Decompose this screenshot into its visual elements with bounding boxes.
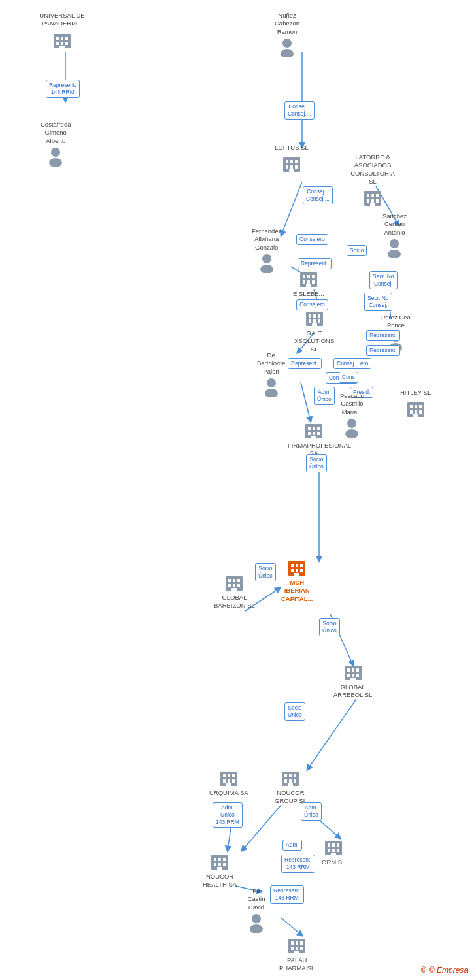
badge-adm-unico-urquima[interactable]: Adm.Unico143 RRM — [212, 802, 243, 828]
label-eislebe: EISLEBE... — [293, 290, 324, 298]
label-fernandez: FernandezAlbiñanaGonzalo — [252, 227, 281, 252]
svg-rect-124 — [294, 774, 296, 777]
svg-rect-143 — [337, 849, 339, 852]
svg-rect-119 — [232, 779, 235, 783]
label-palau: PALAUPHARMA SL — [279, 956, 314, 973]
label-latorre: LATORRE &ASOCIADOSCONSULTORIA SL — [347, 154, 399, 186]
badge-socio-eislebe[interactable]: Socio — [347, 245, 367, 256]
svg-line-12 — [242, 805, 281, 851]
svg-point-146 — [250, 924, 263, 933]
person-icon-pescado — [341, 416, 363, 438]
svg-rect-56 — [307, 280, 310, 284]
node-sanchez: SanchezCerbanAntonio — [382, 212, 407, 259]
node-pescado: PescadoCastrilloMaria... — [340, 392, 364, 438]
label-de-bartolome: DeBartolomePalon — [257, 351, 285, 376]
badge-socio-unico-firma[interactable]: SocioÚnico — [306, 454, 327, 472]
svg-point-30 — [280, 49, 294, 57]
svg-rect-41 — [371, 194, 374, 197]
svg-line-8 — [301, 382, 311, 421]
svg-rect-36 — [290, 165, 293, 169]
svg-rect-77 — [410, 410, 413, 414]
svg-rect-125 — [284, 779, 287, 783]
svg-rect-83 — [313, 427, 315, 430]
badge-consej-loftus[interactable]: Consej. .Consej.... — [303, 186, 333, 204]
watermark: © © Empresa — [421, 966, 468, 975]
badge-consej-ero[interactable]: Consej. . ero — [333, 358, 371, 369]
label-mch: MCHIBERIANCAPITAL... — [281, 579, 313, 603]
label-pescado: PescadoCastrilloMaria... — [340, 392, 364, 416]
badge-adm-orm[interactable]: Adm. — [282, 840, 302, 851]
label-hitley: HITLEY SL — [400, 389, 431, 397]
label-pe-castin: PeCastinDavid — [248, 887, 265, 911]
badge-socio-unico-arrebol[interactable]: SocioÚnico — [319, 618, 340, 636]
person-icon-de-bartolome — [260, 376, 282, 398]
badge-represent-perez[interactable]: Represent. — [366, 330, 400, 341]
node-de-bartolome: DeBartolomePalon — [257, 351, 285, 398]
badge-adm-unico-bartolome[interactable]: Adm.Único — [314, 387, 335, 405]
svg-point-27 — [51, 148, 60, 157]
svg-rect-61 — [313, 314, 316, 318]
svg-rect-153 — [300, 947, 303, 950]
badge-consej-nunez[interactable]: Consej. .Consej.... — [284, 101, 314, 120]
node-loftus: LOFTUS SL — [275, 144, 309, 175]
svg-rect-123 — [289, 774, 292, 777]
badge-represent-bartolome[interactable]: Represent. — [288, 358, 322, 369]
badge-represent-pe-castin[interactable]: Represent.143 RRM — [270, 885, 304, 904]
svg-rect-92 — [300, 564, 303, 567]
badge-represent-orm[interactable]: Represent.143 RRM — [281, 855, 315, 873]
svg-rect-37 — [295, 165, 298, 169]
svg-rect-135 — [223, 863, 226, 866]
svg-rect-87 — [317, 432, 320, 435]
building-icon-loftus — [280, 152, 303, 175]
svg-rect-93 — [291, 569, 294, 572]
svg-rect-112 — [350, 678, 356, 680]
svg-rect-85 — [308, 432, 311, 435]
svg-line-11 — [307, 699, 356, 770]
svg-point-47 — [390, 239, 399, 248]
svg-rect-86 — [313, 432, 315, 435]
badge-consejero-fernandez[interactable]: Consejero — [296, 234, 328, 245]
svg-rect-150 — [300, 941, 303, 945]
svg-line-2 — [281, 182, 302, 235]
svg-point-69 — [267, 378, 276, 387]
svg-rect-99 — [233, 579, 235, 582]
node-universal-panaderia: UNIVERSAL DE PANADERIA... — [36, 12, 88, 52]
building-icon-barbizon — [222, 570, 246, 594]
svg-rect-38 — [289, 169, 294, 172]
node-galt: GALTXSOLUTIONSSL — [294, 306, 334, 353]
svg-rect-103 — [237, 584, 240, 587]
badge-represent-143-universal[interactable]: Represent.143 RRM — [46, 80, 80, 98]
svg-rect-120 — [226, 783, 231, 786]
badge-secr-no-consej2[interactable]: Secr. NoConsej. — [364, 293, 392, 311]
svg-rect-115 — [228, 774, 230, 777]
svg-rect-57 — [312, 280, 314, 284]
svg-rect-154 — [294, 951, 299, 953]
building-icon-noucor-group — [279, 766, 302, 789]
svg-rect-34 — [295, 160, 298, 163]
badge-socio-unico-mch[interactable]: SocioÚnico — [255, 563, 276, 581]
node-global-arrebol: GLOBALARREBOL SL — [333, 660, 372, 700]
svg-rect-25 — [65, 42, 68, 45]
node-noucor-group: NOUCORGROUP SL — [275, 766, 307, 806]
svg-rect-90 — [291, 564, 294, 567]
building-icon-mch — [285, 555, 309, 579]
badge-represent-perez2[interactable]: Represent. — [366, 345, 400, 356]
badge-socio-unico-noucor[interactable]: SocioÚnico — [284, 702, 305, 721]
badge-adm-unico-noucor-group[interactable]: Adm.Único — [301, 802, 322, 821]
svg-rect-96 — [294, 573, 299, 576]
svg-rect-149 — [296, 941, 298, 945]
svg-rect-148 — [291, 941, 294, 945]
svg-rect-40 — [367, 194, 369, 197]
node-fernandez: FernandezAlbiñanaGonzalo — [252, 227, 281, 274]
svg-point-48 — [388, 250, 401, 258]
svg-rect-84 — [317, 427, 320, 430]
svg-rect-78 — [415, 410, 417, 414]
building-icon-firma — [302, 418, 326, 442]
building-icon-urquima — [217, 766, 241, 789]
node-nunez: NuñezCabezonRamon — [275, 12, 299, 58]
svg-rect-122 — [284, 774, 287, 777]
svg-point-49 — [262, 254, 271, 263]
badge-secr-no-consej[interactable]: Secr. NoConsej. — [369, 271, 398, 289]
badge-cons[interactable]: Cons — [339, 372, 358, 383]
label-sanchez: SanchezCerbanAntonio — [382, 212, 407, 237]
